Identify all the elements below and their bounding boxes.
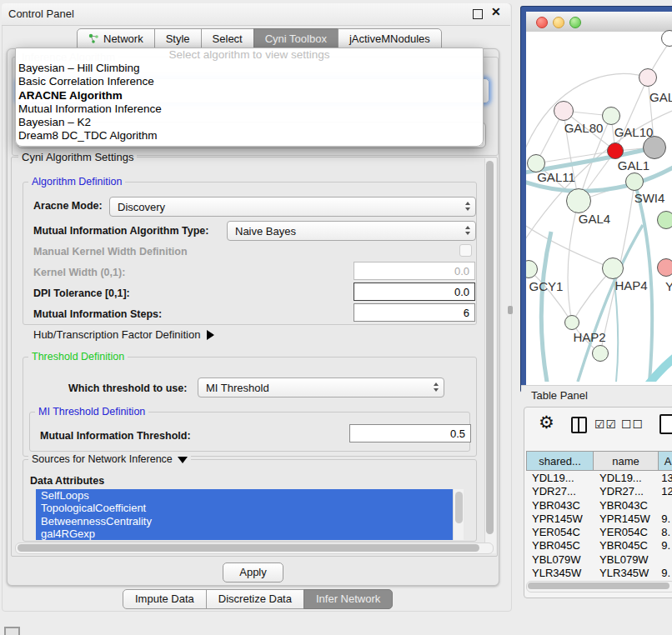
network-node-hap2[interactable] [564,315,579,330]
algorithm-option[interactable]: Dream8 DC_TDC Algorithm [16,129,483,142]
network-window-titlebar[interactable] [526,12,672,32]
table-row[interactable]: YPR145WYPR145W9. [526,512,672,526]
close-icon[interactable]: ✕ [491,5,501,18]
dpi-tolerance-label: DPI Tolerance [0,1]: [33,288,130,299]
table-cell: 9. [658,539,672,552]
table-cell: YBL079W [526,553,593,567]
algorithm-dropdown-popup: Select algorithm to view settings Bayesi… [15,48,484,147]
float-window-icon[interactable] [473,9,483,19]
hub-definition-toggle[interactable]: Hub/Transcription Factor Definition [33,328,214,341]
network-node-gal10[interactable] [602,107,620,125]
table-row[interactable]: YBR043CYBR043C [526,499,672,512]
table-row[interactable]: YBR045CYBR045C9. [526,539,672,552]
algorithm-option[interactable]: Mutual Information Inference [16,102,483,116]
bottom-left-grip[interactable] [4,627,20,635]
table-cell: YBR045C [593,539,658,552]
settings-horizontal-scrollbar-thumb[interactable] [18,544,479,552]
mi-algorithm-type-combobox[interactable]: Naive Bayes [227,221,476,241]
algorithm-options-list: Bayesian – Hill ClimbingBasic Correlatio… [16,62,483,143]
gear-icon[interactable]: ⚙ [539,412,554,432]
algorithm-option[interactable]: Basic Correlation Inference [16,75,483,88]
list-vertical-scrollbar[interactable] [453,489,464,540]
cyni-settings-group-label: Cyni Algorithm Settings [18,151,137,163]
kernel-width-input[interactable] [354,262,475,280]
column-header-shared-name[interactable]: shared... [526,451,594,471]
mi-threshold-input[interactable] [349,424,471,442]
manual-kernel-width-checkbox[interactable] [459,244,472,257]
table-row[interactable]: YDR27...YDR27...12 [526,485,672,498]
dpi-tolerance-input[interactable] [354,282,475,301]
control-panel-titlebar [2,3,510,26]
node-label: HAP2 [573,330,605,344]
network-node-y[interactable] [657,258,672,277]
algorithm-option[interactable]: Bayesian – Hill Climbing [16,62,483,75]
table-body: YDL19...YDL19...13YDR27...YDR27...12YBR0… [526,472,672,594]
table-cell: YDR27... [593,485,658,498]
table-row[interactable]: YER054CYER054C8. [526,526,672,539]
tab-infer-network[interactable]: Infer Network [303,589,393,609]
apply-button[interactable]: Apply [223,562,283,582]
table-cell: 13 [658,472,672,485]
table-horizontal-scrollbar-thumb[interactable] [528,582,669,589]
network-node-gal4[interactable] [566,188,591,213]
table-cell: 9. [658,567,672,580]
mi-threshold-group-label: MI Threshold Definition [35,406,148,418]
table-header: shared... name A [526,451,672,471]
combo-stepper-icon [434,382,439,392]
checked-boxes-icon[interactable]: ☑☑ [594,418,617,431]
network-view-window[interactable]: GALGAL80GAL10GAL1GAL11GAL4SWI4GCY1HAP4YH… [521,7,672,392]
network-node-gal[interactable] [639,68,657,87]
table-cell: 12 [658,485,672,498]
algorithm-option[interactable]: Bayesian – K2 [16,116,483,129]
table-row[interactable]: YLR345WYLR345W9. [526,567,672,580]
data-attribute-item[interactable]: SelfLoops [36,489,454,502]
columns-icon[interactable] [571,417,587,433]
aracne-mode-combobox[interactable]: Discovery [109,197,476,217]
network-node[interactable] [643,136,666,159]
tab-discretize-data[interactable]: Discretize Data [206,589,304,609]
network-node[interactable] [657,211,672,229]
table-row[interactable]: YBL079WYBL079W [526,553,672,567]
table-cell: YDL19... [526,472,593,485]
table-row[interactable]: YDL19...YDL19...13 [526,472,672,485]
network-graph-icon [88,31,99,41]
panel-splitter-handle[interactable] [508,306,513,314]
data-attribute-item[interactable]: gal4RGexp [36,528,454,540]
network-canvas[interactable]: GALGAL80GAL10GAL1GAL11GAL4SWI4GCY1HAP4YH… [526,32,672,382]
table-cell: YPR145W [526,512,593,526]
sources-group-label[interactable]: Sources for Network Inference [28,453,191,465]
aracne-mode-label: Aracne Mode: [33,200,103,212]
node-label: GAL [649,90,672,104]
table-cell: YBR045C [526,539,593,552]
table-cell: YER054C [526,526,593,539]
network-node[interactable] [592,345,609,362]
table-cell: YER054C [593,526,658,539]
mi-steps-input[interactable] [354,303,475,322]
network-node-gal80[interactable] [554,101,574,121]
zoom-traffic-light-icon[interactable] [569,17,581,28]
table-cell [658,499,672,512]
close-traffic-light-icon[interactable] [536,17,548,28]
network-node-gal1[interactable] [607,142,624,159]
network-node-hap4[interactable] [602,258,624,279]
node-label: GAL11 [537,170,575,184]
algorithm-option[interactable]: ARACNE Algorithm [16,89,483,102]
table-cell: YBL079W [593,553,658,567]
minimize-traffic-light-icon[interactable] [553,17,564,28]
column-header-clipped[interactable]: A [658,451,672,471]
network-node-swi4[interactable] [625,172,644,191]
settings-vertical-scrollbar-thumb[interactable] [486,161,494,534]
table-icon[interactable] [659,414,672,434]
list-scrollbar-thumb[interactable] [455,492,463,523]
data-attribute-item[interactable]: BetweennessCentrality [36,515,454,528]
algorithm-definition-label: Algorithm Definition [28,176,125,188]
network-node[interactable] [661,30,672,47]
node-label: SWI4 [634,191,665,205]
network-node-gcy1[interactable] [521,260,538,278]
column-header-name[interactable]: name [593,451,659,471]
unchecked-boxes-icon[interactable]: ☐☐ [621,418,644,431]
tab-impute-data[interactable]: Impute Data [123,589,207,609]
which-threshold-combobox[interactable]: MI Threshold [198,378,444,398]
which-threshold-label: Which threshold to use: [68,382,187,394]
data-attribute-item[interactable]: TopologicalCoefficient [36,502,454,514]
